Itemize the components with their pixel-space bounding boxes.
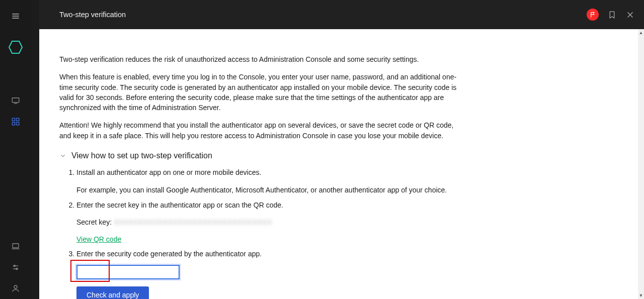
setup-expander[interactable]: View how to set up two-step verification [59, 150, 608, 161]
modal-body: Two-step verification reduces the risk o… [39, 29, 638, 299]
modal-title: Two-step verification [59, 11, 587, 19]
step-3-text: Enter the security code generated by the… [76, 250, 262, 258]
secret-key-label: Secret key: [76, 218, 112, 226]
expander-label: View how to set up two-step verification [71, 150, 212, 161]
scroll-down-arrow[interactable]: ▼ [638, 292, 644, 299]
svg-rect-10 [13, 244, 19, 248]
check-and-apply-button[interactable]: Check and apply [76, 286, 149, 299]
modal-header-actions [587, 9, 635, 21]
step-1-example: For example, you can install Google Auth… [76, 185, 479, 195]
security-code-input[interactable] [76, 265, 180, 279]
app-sidebar [0, 0, 31, 299]
two-step-verification-modal: Two-step verification Two-step verificat… [39, 0, 644, 299]
setup-step-2: Enter the secret key in the authenticato… [76, 200, 479, 247]
modal-backdrop [31, 0, 39, 299]
setup-step-3: Enter the security code generated by the… [76, 249, 479, 299]
sidebar-item-monitor[interactable] [0, 90, 31, 111]
step-2-text: Enter the secret key in the authenticato… [76, 201, 283, 209]
secret-key-row: Secret key: XXXXXXXXXXXXXXXXXXXXXXXXXXXX… [76, 217, 479, 227]
app-logo[interactable] [8, 40, 23, 55]
svg-rect-8 [12, 123, 15, 125]
flag-icon[interactable] [587, 9, 599, 21]
close-icon[interactable] [625, 10, 635, 20]
step-1-text: Install an authenticator app on one or m… [76, 168, 261, 176]
setup-step-1: Install an authenticator app on one or m… [76, 167, 479, 195]
secret-key-value: XXXXXXXXXXXXXXXXXXXXXXXXXXXXXXXX [114, 217, 272, 227]
svg-point-16 [14, 285, 17, 288]
intro-paragraph-3: Attention! We highly recommend that you … [59, 120, 462, 141]
sidebar-item-device[interactable] [0, 236, 31, 257]
chevron-down-icon [59, 152, 66, 159]
scroll-up-arrow[interactable]: ▲ [638, 29, 644, 36]
sidebar-item-settings[interactable] [0, 257, 31, 278]
svg-rect-9 [17, 123, 19, 125]
svg-rect-4 [12, 98, 19, 103]
svg-rect-7 [17, 118, 19, 121]
hamburger-icon[interactable] [10, 10, 22, 22]
svg-marker-3 [9, 41, 22, 53]
intro-paragraph-1: Two-step verification reduces the risk o… [59, 54, 462, 64]
setup-steps-list: Install an authenticator app on one or m… [76, 167, 479, 299]
intro-paragraph-2: When this feature is enabled, every time… [59, 72, 462, 113]
sidebar-item-user[interactable] [0, 278, 31, 299]
bookmark-icon[interactable] [607, 10, 617, 20]
modal-header: Two-step verification [39, 0, 644, 29]
vertical-scrollbar[interactable]: ▲ ▼ [638, 29, 644, 299]
sidebar-item-apps[interactable] [0, 111, 31, 132]
view-qr-code-link[interactable]: View QR code [76, 234, 121, 244]
svg-rect-6 [12, 118, 15, 121]
